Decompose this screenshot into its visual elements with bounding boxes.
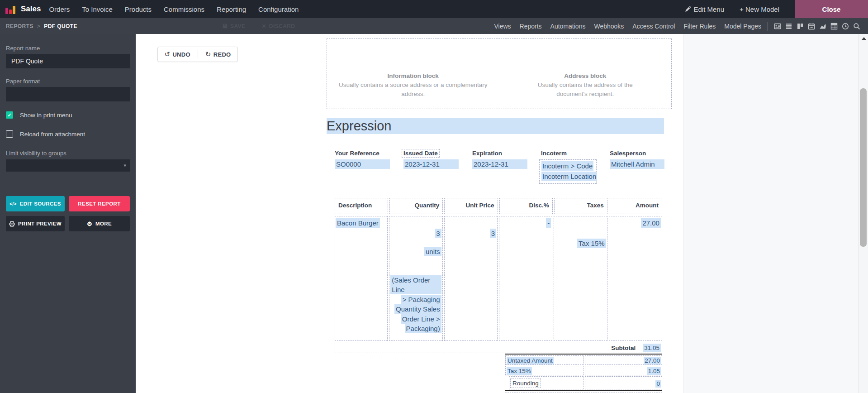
paper-format-input[interactable]: [6, 87, 130, 101]
incoterm-code[interactable]: Incoterm > Code: [541, 161, 593, 171]
search-icon[interactable]: [853, 22, 861, 30]
app-name[interactable]: Sales: [21, 5, 41, 14]
rounding-label-cell[interactable]: Rounding: [509, 376, 583, 389]
chevron-down-icon: ▾: [123, 163, 126, 168]
untaxed-amount-row[interactable]: Untaxed Amount 27.00: [505, 355, 662, 365]
amount-expression[interactable]: 27.00: [641, 218, 661, 228]
tab-automations[interactable]: Automations: [550, 23, 586, 30]
address-block[interactable]: Address block Usually contains the addre…: [499, 72, 672, 109]
save-button-disabled[interactable]: SAVE: [223, 23, 245, 29]
untaxed-amount-label-cell[interactable]: Untaxed Amount: [505, 355, 583, 365]
header-amount[interactable]: Amount: [609, 198, 662, 214]
limit-visibility-select[interactable]: ▾: [6, 159, 130, 172]
rounding-row[interactable]: Rounding 0: [505, 376, 662, 389]
menu-item-to-invoice[interactable]: To Invoice: [82, 5, 113, 13]
new-model-button[interactable]: + New Model: [740, 5, 779, 13]
reload-from-attachment-checkbox[interactable]: [6, 130, 13, 138]
discount-expression[interactable]: -: [546, 218, 551, 228]
redo-icon: ↻: [205, 50, 211, 58]
cell-amount[interactable]: 27.00: [609, 216, 662, 341]
tab-webhooks[interactable]: Webhooks: [594, 23, 624, 30]
cell-description[interactable]: Bacon Burger: [335, 216, 388, 341]
field-value[interactable]: Mitchell Admin: [610, 159, 664, 169]
taxes-expression[interactable]: Tax 15%: [577, 239, 606, 248]
cell-unit-price[interactable]: 3: [444, 216, 498, 341]
studio-tabs: Views Reports Automations Webhooks Acces…: [494, 23, 761, 30]
header-taxes[interactable]: Taxes: [554, 198, 607, 214]
field-incoterm[interactable]: Incoterm Incoterm > Code Incoterm Locati…: [541, 149, 596, 184]
field-issued-date[interactable]: Issued Date 2023-12-31: [403, 149, 459, 169]
quantity-expression[interactable]: 3: [435, 229, 441, 238]
tax-row[interactable]: Tax 15% 1.05: [505, 366, 662, 375]
tax-value-cell[interactable]: 1.05: [585, 366, 662, 375]
information-block-title: Information block: [327, 72, 499, 81]
topbar-right: Edit Menu + New Model Close: [685, 0, 868, 18]
breadcrumb-reports[interactable]: REPORTS: [6, 23, 33, 29]
information-block[interactable]: Information block Usually contains a sou…: [327, 72, 499, 109]
scrollbar-up-arrow-icon[interactable]: [862, 37, 866, 40]
rounding-value-cell[interactable]: 0: [585, 376, 662, 389]
header-description[interactable]: Description: [335, 198, 388, 214]
scrollbar-thumb[interactable]: [860, 88, 867, 247]
form-view-icon[interactable]: [773, 22, 782, 30]
menu-item-orders[interactable]: Orders: [49, 5, 70, 13]
field-value[interactable]: 2023-12-31: [472, 159, 527, 169]
header-discount[interactable]: Disc.%: [499, 198, 553, 214]
cell-taxes[interactable]: Tax 15%: [554, 216, 607, 341]
cell-quantity[interactable]: 3 units (Sales Order Line > Packaging Qu…: [389, 216, 442, 341]
report-name-input[interactable]: [6, 54, 130, 68]
subtotal-row[interactable]: Subtotal 31.05: [335, 343, 662, 353]
incoterm-location[interactable]: Incoterm Location: [541, 172, 597, 181]
subtotal-value-expression[interactable]: 31.05: [643, 344, 661, 352]
graph-view-icon[interactable]: [819, 22, 827, 30]
table-body-row: Bacon Burger 3 units (Sales Order Line >…: [335, 216, 662, 341]
more-button[interactable]: ⚙ MORE: [69, 216, 130, 231]
tab-access-control[interactable]: Access Control: [632, 23, 675, 30]
discard-button-disabled[interactable]: ✕ DISCARD: [261, 23, 295, 29]
menu-item-commissions[interactable]: Commissions: [164, 5, 204, 13]
redo-button[interactable]: ↻ REDO: [205, 50, 231, 58]
header-unit-price[interactable]: Unit Price: [444, 198, 498, 214]
close-button[interactable]: Close: [795, 0, 868, 18]
tax-label-cell[interactable]: Tax 15%: [505, 366, 583, 375]
packaging-expression[interactable]: (Sales Order Line > Packaging Quantity S…: [390, 275, 441, 334]
list-view-icon[interactable]: [785, 22, 793, 30]
edit-sources-button[interactable]: </> EDIT SOURCES: [6, 196, 65, 211]
show-in-print-menu-checkbox[interactable]: ✓: [6, 111, 13, 119]
pencil-icon: [685, 6, 691, 12]
undo-button[interactable]: ↺ UNDO: [165, 50, 190, 58]
field-salesperson[interactable]: Salesperson Mitchell Admin: [610, 149, 664, 169]
code-icon: </>: [9, 201, 17, 206]
description-expression[interactable]: Bacon Burger: [336, 218, 380, 228]
field-value[interactable]: 2023-12-31: [403, 159, 459, 169]
field-expiration[interactable]: Expiration 2023-12-31: [472, 149, 527, 169]
print-preview-button[interactable]: PRINT PREVIEW: [6, 216, 65, 231]
quantity-unit-expression[interactable]: units: [424, 247, 441, 256]
tab-reports[interactable]: Reports: [520, 23, 542, 30]
incoterm-expression-box[interactable]: Incoterm > Code Incoterm Location: [539, 159, 597, 184]
pivot-view-icon[interactable]: [830, 22, 838, 30]
odoo-sales-logo-icon[interactable]: [5, 4, 16, 14]
header-quantity[interactable]: Quantity: [389, 198, 443, 214]
field-your-reference[interactable]: Your Reference SO0000: [335, 149, 390, 169]
tab-views[interactable]: Views: [494, 23, 511, 30]
unit-price-expression[interactable]: 3: [490, 229, 496, 238]
menu-item-reporting[interactable]: Reporting: [217, 5, 246, 13]
field-value[interactable]: SO0000: [335, 159, 390, 169]
calendar-view-icon[interactable]: [807, 22, 816, 30]
tab-model-pages[interactable]: Model Pages: [724, 23, 761, 30]
activity-view-icon[interactable]: [841, 22, 849, 30]
view-switcher-icons: [773, 22, 861, 30]
kanban-view-icon[interactable]: [796, 22, 804, 30]
document-title-expression[interactable]: Expression: [327, 118, 664, 134]
menu-item-configuration[interactable]: Configuration: [258, 5, 299, 13]
tab-filter-rules[interactable]: Filter Rules: [683, 23, 716, 30]
untaxed-amount-value-cell[interactable]: 27.00: [585, 355, 662, 365]
edit-menu-button[interactable]: Edit Menu: [685, 5, 724, 13]
canvas-right-gutter: [683, 34, 859, 393]
reset-report-button[interactable]: RESET REPORT: [69, 196, 130, 211]
header-blocks[interactable]: Information block Usually contains a sou…: [327, 38, 672, 109]
reload-from-attachment-label: Reload from attachment: [20, 131, 85, 138]
menu-item-products[interactable]: Products: [125, 5, 152, 13]
cell-discount[interactable]: -: [499, 216, 552, 341]
